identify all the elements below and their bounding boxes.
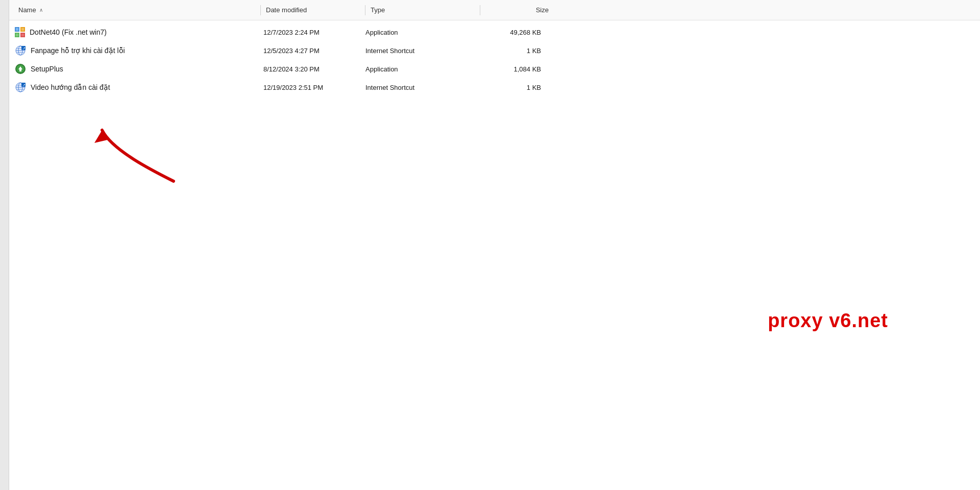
column-size-label: Size xyxy=(536,6,549,14)
file-type-cell: Application xyxy=(361,29,474,36)
file-size-cell: 1,084 KB xyxy=(474,65,545,73)
file-name-label: SetupPlus xyxy=(31,65,63,73)
file-type-cell: Internet Shortcut xyxy=(361,47,474,55)
file-name-cell: ↗ Video hướng dẫn cài đặt xyxy=(14,81,259,93)
column-type-header[interactable]: Type xyxy=(366,4,479,16)
column-date-label: Date modified xyxy=(266,6,307,14)
file-date-cell: 12/7/2023 2:24 PM xyxy=(259,29,361,36)
file-date-cell: 8/12/2024 3:20 PM xyxy=(259,65,361,73)
table-row[interactable]: ↗ Fanpage hỗ trợ khi cài đặt lỗi 12/5/20… xyxy=(9,41,980,60)
table-row[interactable]: SetupPlus 8/12/2024 3:20 PM Application … xyxy=(9,60,980,78)
url-icon: ↗ xyxy=(14,44,27,57)
col-separator-3 xyxy=(480,5,480,15)
file-name-label: Video hướng dẫn cài đặt xyxy=(31,83,110,91)
col-separator-2 xyxy=(365,5,365,15)
svg-rect-4 xyxy=(16,28,18,31)
column-date-header[interactable]: Date modified xyxy=(262,4,364,16)
svg-rect-6 xyxy=(16,34,18,36)
column-name-header[interactable]: Name ∧ xyxy=(14,4,259,16)
file-type-cell: Application xyxy=(361,65,474,73)
file-type-cell: Internet Shortcut xyxy=(361,84,474,91)
file-date-cell: 12/5/2023 4:27 PM xyxy=(259,47,361,55)
file-size-cell: 1 KB xyxy=(474,84,545,91)
file-name-label: DotNet40 (Fix .net win7) xyxy=(30,28,107,36)
file-name-cell: ↗ Fanpage hỗ trợ khi cài đặt lỗi xyxy=(14,44,259,57)
left-panel-border xyxy=(0,0,9,490)
file-name-cell: DotNet40 (Fix .net win7) xyxy=(14,27,259,38)
svg-rect-7 xyxy=(21,34,24,36)
sort-arrow-icon: ∧ xyxy=(39,7,43,13)
url-icon: ↗ xyxy=(14,81,27,93)
explorer-window: Name ∧ Date modified Type Size xyxy=(0,0,980,490)
file-list-area: Name ∧ Date modified Type Size xyxy=(9,0,980,490)
col-separator-1 xyxy=(260,5,261,15)
svg-text:↗: ↗ xyxy=(22,83,26,87)
table-row[interactable]: ↗ Video hướng dẫn cài đặt 12/19/2023 2:5… xyxy=(9,78,980,96)
setup-icon xyxy=(14,63,27,75)
column-headers: Name ∧ Date modified Type Size xyxy=(9,0,980,20)
column-name-label: Name xyxy=(18,6,36,14)
watermark-text: proxy v6.net xyxy=(768,310,888,332)
svg-text:↗: ↗ xyxy=(22,46,26,50)
table-row[interactable]: DotNet40 (Fix .net win7) 12/7/2023 2:24 … xyxy=(9,23,980,41)
file-name-cell: SetupPlus xyxy=(14,63,259,75)
file-name-label: Fanpage hỗ trợ khi cài đặt lỗi xyxy=(31,46,125,55)
exe-icon xyxy=(14,27,26,38)
column-size-header[interactable]: Size xyxy=(481,4,553,16)
svg-rect-5 xyxy=(21,28,24,31)
watermark-label: proxy v6.net xyxy=(768,310,888,331)
file-size-cell: 1 KB xyxy=(474,47,545,55)
file-rows-container: DotNet40 (Fix .net win7) 12/7/2023 2:24 … xyxy=(9,20,980,96)
file-size-cell: 49,268 KB xyxy=(474,29,545,36)
column-type-label: Type xyxy=(371,6,385,14)
file-date-cell: 12/19/2023 2:51 PM xyxy=(259,84,361,91)
